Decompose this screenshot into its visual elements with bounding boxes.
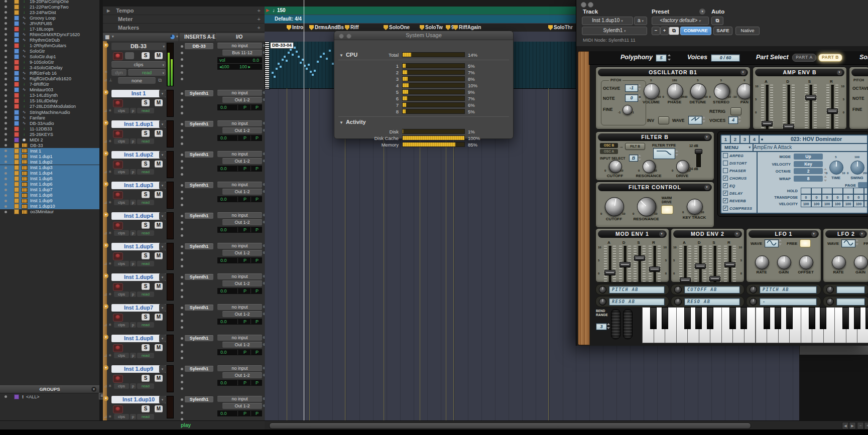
stepper-up-icon[interactable] xyxy=(738,116,741,118)
insert-slot-button[interactable]: Sylenth1 xyxy=(185,305,213,311)
insert-bullet-icon[interactable] xyxy=(181,45,183,48)
slider[interactable] xyxy=(619,246,631,282)
stepper-up-icon[interactable] xyxy=(607,323,610,325)
mute-button[interactable]: M xyxy=(155,252,163,259)
clps-chip[interactable]: clps xyxy=(114,414,129,419)
mod-amount-knob[interactable] xyxy=(750,298,757,306)
record-button[interactable] xyxy=(113,130,123,138)
automation-icon[interactable]: ✳ xyxy=(104,70,108,74)
sidebar-track-row[interactable]: ∿Fanfare xyxy=(0,115,99,120)
volume-readout[interactable]: 0.0PP xyxy=(217,196,262,202)
tempo-add-button[interactable]: + xyxy=(258,8,261,14)
insert-bullet-icon[interactable] xyxy=(181,320,183,322)
track-enable-dot[interactable] xyxy=(5,83,7,86)
track-name-plate[interactable]: Inst 1.dup3 xyxy=(111,182,166,189)
track-name-plate[interactable]: Inst 1.dup9 xyxy=(111,365,166,373)
metronome-icon[interactable]: ⊿ xyxy=(104,231,107,235)
clps-chip[interactable]: clps xyxy=(114,261,129,266)
grid-cell[interactable]: 100 xyxy=(843,201,853,207)
insert-bullet-icon[interactable] xyxy=(181,258,183,261)
lfo-knob-gain[interactable] xyxy=(854,255,868,269)
fx-checkbox[interactable]: ✓ xyxy=(723,176,728,181)
sidebar-track-row[interactable]: ◉MIDI 2 xyxy=(0,137,99,142)
disclosure-icon[interactable]: ▼ xyxy=(103,396,108,401)
stepper-down-icon[interactable] xyxy=(668,59,671,61)
automation-mode-dropdown[interactable]: read▾ xyxy=(128,69,166,76)
track-enable-dot[interactable] xyxy=(5,194,7,197)
markers-add-button[interactable]: + xyxy=(258,25,261,31)
slider-thumb[interactable] xyxy=(649,266,660,272)
filterb-knob-resonance[interactable] xyxy=(640,158,659,176)
insert-bullet-icon[interactable] xyxy=(181,204,183,206)
disclosure-icon[interactable]: ▼ xyxy=(103,212,108,217)
marker-flag-icon[interactable] xyxy=(287,25,291,30)
record-button[interactable] xyxy=(113,222,123,230)
note-value[interactable]: 0 xyxy=(625,94,638,102)
insert-bullet-icon[interactable] xyxy=(181,234,183,237)
slider-thumb[interactable] xyxy=(805,95,816,100)
read-chip[interactable]: read xyxy=(137,292,154,297)
insert-bullet-icon[interactable] xyxy=(181,405,183,407)
clps-chip[interactable]: clps xyxy=(114,138,129,144)
track-enable-dot[interactable] xyxy=(5,50,7,52)
mod-target-display[interactable]: - xyxy=(760,298,817,306)
mod-amount-knob[interactable] xyxy=(674,286,682,294)
track-enable-dot[interactable] xyxy=(5,0,7,3)
grid-cell[interactable] xyxy=(811,188,822,194)
clps-chip[interactable]: clps xyxy=(114,383,129,389)
page-selector[interactable] xyxy=(858,182,868,188)
part-a-button[interactable]: PART A xyxy=(792,54,816,62)
slider-thumb[interactable] xyxy=(724,262,735,267)
marker-label[interactable]: Intro xyxy=(292,25,303,30)
sidebar-track-row[interactable]: Inst 1 xyxy=(0,148,99,154)
slider[interactable] xyxy=(694,246,706,282)
metronome-icon[interactable]: ⊿ xyxy=(104,261,107,266)
lcd-fx-row[interactable]: ✓EQ xyxy=(721,182,757,189)
marker-label[interactable]: SoloTw xyxy=(425,25,443,30)
osc-a-chip[interactable]: OSC A xyxy=(600,149,618,154)
lcd-fx-row[interactable]: ✓COMPRESS xyxy=(721,205,757,212)
stepper-icon[interactable] xyxy=(855,239,859,245)
virtual-keyboard[interactable] xyxy=(642,307,868,343)
metronome-icon[interactable]: ⊿ xyxy=(104,78,107,82)
sidebar-track-row[interactable]: ∿RiffGtrFeb 16 xyxy=(0,71,99,76)
stepper-up-icon[interactable] xyxy=(675,150,678,152)
black-key[interactable] xyxy=(854,307,860,329)
stepper-icon[interactable] xyxy=(702,116,706,122)
insert-slot-button[interactable]: Sylenth1 xyxy=(185,121,213,127)
output-button[interactable]: Out 1-2 xyxy=(222,158,262,164)
marker-flag-icon[interactable] xyxy=(420,25,424,30)
volume-readout[interactable]: 0.0PP xyxy=(217,104,262,110)
plate-caret-chip[interactable]: ▾ xyxy=(159,243,166,250)
arp-setting-value[interactable]: 2 xyxy=(794,168,823,174)
input-button[interactable]: no input xyxy=(217,212,262,218)
slider-thumb[interactable] xyxy=(827,108,838,114)
filterb-knob-cutoff[interactable] xyxy=(606,158,625,176)
system-usage-window[interactable]: System Usage ▼CPUTotal14%15%27%38%410%59… xyxy=(334,31,514,139)
lfo-knob-offset[interactable] xyxy=(799,255,813,269)
track-name-plate[interactable]: Inst 1.dup4 xyxy=(111,212,166,220)
insert-bullet-icon[interactable] xyxy=(181,357,183,359)
metronome-icon[interactable]: ⊿ xyxy=(104,108,107,113)
pitch-wheel[interactable] xyxy=(611,309,621,339)
read-chip[interactable]: read xyxy=(137,200,154,205)
meter-bar[interactable]: Default: 4/4 xyxy=(265,15,576,23)
pie-caret-icon[interactable]: ▾ xyxy=(176,35,178,39)
insert-bullet-icon[interactable] xyxy=(181,296,183,298)
track-name-plate[interactable]: Inst 1.dup5 xyxy=(111,243,166,250)
read-chip[interactable]: read xyxy=(137,353,154,358)
output-button[interactable]: Bus 11-12 xyxy=(222,50,262,56)
plate-caret-chip[interactable]: ▾ xyxy=(159,335,166,342)
grid-cell[interactable]: 0 xyxy=(832,194,843,201)
disclosure-icon[interactable]: ▼ xyxy=(103,90,108,95)
metronome-icon[interactable]: ⊿ xyxy=(104,170,107,174)
sidebar-track-row[interactable]: ∿DB-33Audio xyxy=(0,120,99,126)
sidebar-track-row[interactable]: ↓17-18Loops xyxy=(0,26,99,32)
minimize-icon[interactable] xyxy=(346,34,351,39)
track-enable-dot[interactable] xyxy=(5,67,7,69)
record-button[interactable] xyxy=(113,99,123,107)
lcd-tab-1[interactable]: 1 xyxy=(721,135,731,143)
input-button[interactable]: no input xyxy=(217,151,262,157)
grid-cell[interactable]: 100 xyxy=(853,201,864,207)
clps-chip[interactable]: clps xyxy=(114,169,129,175)
